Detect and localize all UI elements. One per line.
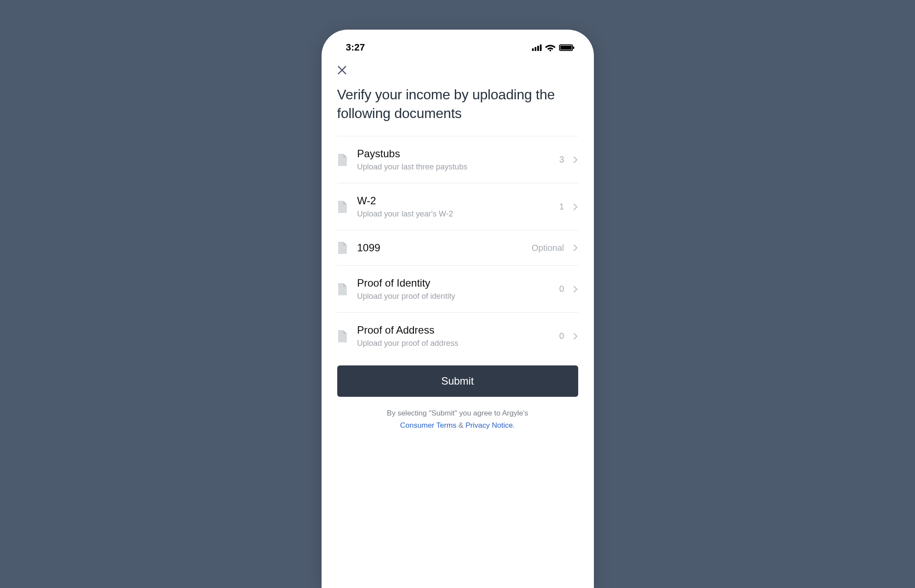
document-item-title: W-2 xyxy=(357,195,559,207)
status-time: 3:27 xyxy=(342,42,365,53)
legal-prefix: By selecting "Submit" you agree to Argyl… xyxy=(387,409,528,417)
page-title: Verify your income by uploading the foll… xyxy=(337,85,578,123)
document-item-text: W-2 Upload your last year's W-2 xyxy=(347,195,559,219)
document-item-paystubs[interactable]: Paystubs Upload your last three paystubs… xyxy=(337,136,578,183)
close-icon xyxy=(337,65,347,75)
svg-point-0 xyxy=(549,50,551,51)
legal-amp: & xyxy=(456,421,465,429)
submit-button[interactable]: Submit xyxy=(337,365,578,397)
document-item-address[interactable]: Proof of Address Upload your proof of ad… xyxy=(337,312,578,359)
phone-frame: 3:27 Verify y xyxy=(322,30,594,588)
document-item-text: Paystubs Upload your last three paystubs xyxy=(347,148,559,172)
close-button[interactable] xyxy=(337,65,347,75)
document-item-count: 1 xyxy=(559,202,564,212)
chevron-right-icon xyxy=(573,156,578,164)
document-icon xyxy=(337,154,347,166)
document-item-text: Proof of Address Upload your proof of ad… xyxy=(347,324,559,348)
document-item-text: Proof of Identity Upload your proof of i… xyxy=(347,277,559,301)
legal-text: By selecting "Submit" you agree to Argyl… xyxy=(337,407,578,431)
chevron-right-icon xyxy=(573,203,578,211)
document-item-subtitle: Upload your last year's W-2 xyxy=(357,210,559,219)
legal-suffix: . xyxy=(513,421,515,429)
document-item-count: 0 xyxy=(559,284,564,294)
chevron-right-icon xyxy=(573,244,578,252)
document-item-tail: 3 xyxy=(559,155,578,165)
document-list: Paystubs Upload your last three paystubs… xyxy=(337,136,578,359)
document-item-count: 3 xyxy=(559,155,564,165)
cellular-signal-icon xyxy=(532,44,542,51)
document-item-w2[interactable]: W-2 Upload your last year's W-2 1 xyxy=(337,183,578,230)
document-item-text: 1099 xyxy=(347,242,532,254)
wifi-icon xyxy=(545,44,556,51)
status-bar: 3:27 xyxy=(322,30,594,57)
document-item-subtitle: Upload your proof of address xyxy=(357,339,559,348)
document-item-subtitle: Upload your proof of identity xyxy=(357,292,559,301)
document-item-title: 1099 xyxy=(357,242,532,254)
consumer-terms-link[interactable]: Consumer Terms xyxy=(400,421,456,429)
document-item-optional: Optional xyxy=(532,243,564,253)
document-item-tail: 0 xyxy=(559,284,578,294)
document-icon xyxy=(337,330,347,342)
document-icon xyxy=(337,242,347,254)
document-item-title: Proof of Address xyxy=(357,324,559,336)
document-item-tail: Optional xyxy=(532,243,578,253)
document-item-identity[interactable]: Proof of Identity Upload your proof of i… xyxy=(337,265,578,312)
chevron-right-icon xyxy=(573,332,578,340)
status-icons xyxy=(532,44,573,51)
document-item-tail: 0 xyxy=(559,331,578,341)
document-icon xyxy=(337,201,347,213)
document-item-subtitle: Upload your last three paystubs xyxy=(357,162,559,172)
screen-content: Verify your income by uploading the foll… xyxy=(322,57,594,431)
document-item-1099[interactable]: 1099 Optional xyxy=(337,230,578,265)
document-item-title: Paystubs xyxy=(357,148,559,160)
battery-icon xyxy=(559,44,573,51)
document-icon xyxy=(337,283,347,295)
privacy-notice-link[interactable]: Privacy Notice xyxy=(465,421,513,429)
document-item-count: 0 xyxy=(559,331,564,341)
document-item-title: Proof of Identity xyxy=(357,277,559,289)
chevron-right-icon xyxy=(573,285,578,293)
document-item-tail: 1 xyxy=(559,202,578,212)
